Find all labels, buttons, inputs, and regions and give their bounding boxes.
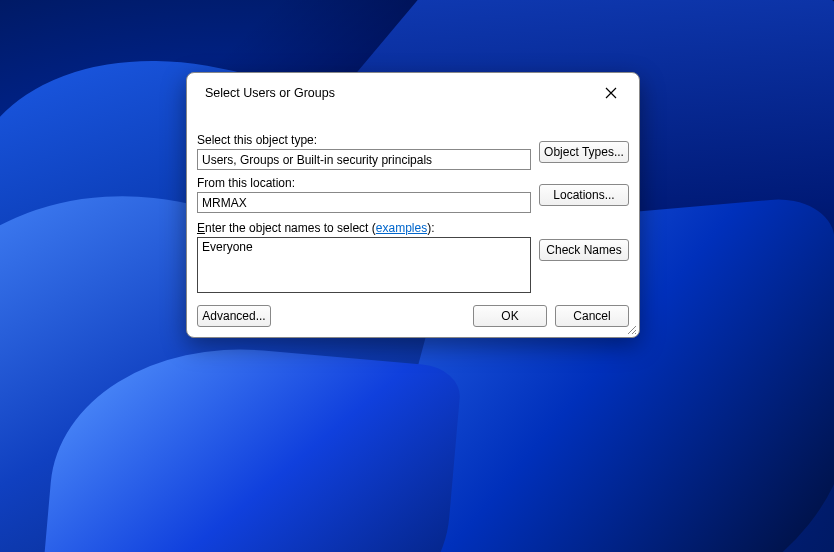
ok-button[interactable]: OK	[473, 305, 547, 327]
svg-line-2	[635, 333, 636, 334]
object-type-field-col: Select this object type:	[197, 133, 531, 170]
dialog-content: Select this object type: Object Types...…	[187, 113, 639, 337]
object-names-label-prefix: nter the object names to select (	[205, 221, 376, 235]
titlebar[interactable]: Select Users or Groups	[187, 73, 639, 113]
check-names-col: Check Names	[539, 237, 629, 261]
resize-grip-icon	[625, 323, 637, 335]
object-names-row: Everyone Check Names	[197, 237, 629, 293]
object-names-label-accel: E	[197, 221, 205, 235]
location-label: From this location:	[197, 176, 531, 190]
resize-grip[interactable]	[625, 323, 637, 335]
object-type-field[interactable]	[197, 149, 531, 170]
check-names-button[interactable]: Check Names	[539, 239, 629, 261]
object-names-label: Enter the object names to select (exampl…	[197, 221, 629, 235]
object-types-button[interactable]: Object Types...	[539, 141, 629, 163]
advanced-button[interactable]: Advanced...	[197, 305, 271, 327]
cancel-button[interactable]: Cancel	[555, 305, 629, 327]
dialog-title: Select Users or Groups	[205, 86, 335, 100]
object-names-label-suffix: ):	[427, 221, 434, 235]
close-icon	[605, 87, 617, 99]
locations-button[interactable]: Locations...	[539, 184, 629, 206]
object-type-btn-col: Object Types...	[539, 141, 629, 163]
location-row: From this location: Locations...	[197, 176, 629, 213]
close-button[interactable]	[597, 79, 625, 107]
object-type-label: Select this object type:	[197, 133, 531, 147]
examples-link[interactable]: examples	[376, 221, 427, 235]
select-users-groups-dialog: Select Users or Groups Select this objec…	[186, 72, 640, 338]
bottom-button-row: Advanced... OK Cancel	[197, 305, 629, 327]
svg-line-0	[628, 326, 636, 334]
object-names-input[interactable]: Everyone	[197, 237, 531, 293]
location-field[interactable]	[197, 192, 531, 213]
object-type-row: Select this object type: Object Types...	[197, 133, 629, 170]
location-btn-col: Locations...	[539, 184, 629, 206]
location-field-col: From this location:	[197, 176, 531, 213]
